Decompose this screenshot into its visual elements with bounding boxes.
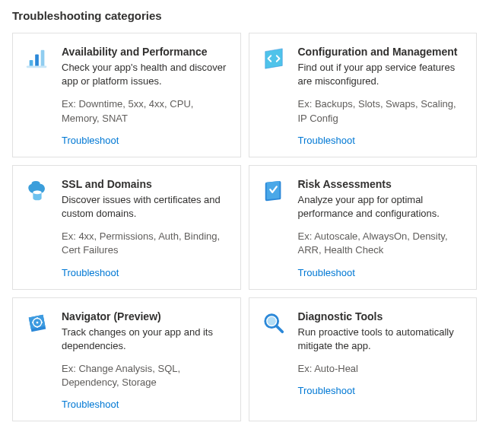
card-examples: Ex: Change Analysis, SQL, Dependency, St… bbox=[62, 362, 230, 389]
card-title: Configuration and Management bbox=[298, 46, 466, 58]
magnifier-icon bbox=[260, 310, 287, 411]
troubleshoot-link[interactable]: Troubleshoot bbox=[298, 385, 355, 396]
troubleshoot-link[interactable]: Troubleshoot bbox=[62, 135, 119, 146]
card-description: Check your app's health and discover app… bbox=[62, 61, 230, 88]
card-availability-performance: Availability and Performance Check your … bbox=[12, 33, 241, 157]
troubleshoot-link[interactable]: Troubleshoot bbox=[62, 267, 119, 278]
book-icon bbox=[260, 178, 287, 278]
svg-rect-1 bbox=[35, 54, 39, 67]
svg-rect-2 bbox=[41, 50, 45, 68]
card-ssl-domains: SSL and Domains Discover issues with cer… bbox=[12, 165, 241, 290]
card-title: Diagnostic Tools bbox=[298, 310, 466, 322]
svg-line-14 bbox=[276, 326, 282, 332]
card-title: SSL and Domains bbox=[62, 178, 230, 190]
svg-point-7 bbox=[37, 321, 39, 323]
card-description: Discover issues with certificates and cu… bbox=[62, 193, 230, 221]
card-configuration-management: Configuration and Management Find out if… bbox=[249, 33, 478, 157]
card-risk-assessments: Risk Assessments Analyze your app for op… bbox=[249, 165, 478, 290]
card-title: Navigator (Preview) bbox=[62, 310, 230, 322]
code-icon bbox=[260, 46, 287, 146]
card-diagnostic-tools: Diagnostic Tools Run proactive tools to … bbox=[249, 297, 478, 422]
card-examples: Ex: Auto-Heal bbox=[298, 362, 466, 376]
section-title: Troubleshooting categories bbox=[12, 9, 477, 22]
bar-chart-icon bbox=[24, 46, 51, 146]
card-description: Analyze your app for optimal performance… bbox=[298, 193, 466, 221]
svg-rect-3 bbox=[27, 65, 46, 68]
compass-icon bbox=[24, 310, 51, 411]
card-description: Track changes on your app and its depend… bbox=[62, 326, 230, 353]
card-grid: Availability and Performance Check your … bbox=[12, 33, 477, 421]
card-description: Run proactive tools to automatically mit… bbox=[298, 326, 466, 353]
svg-point-13 bbox=[267, 316, 275, 325]
database-icon bbox=[24, 178, 51, 278]
card-title: Availability and Performance bbox=[62, 46, 230, 58]
troubleshoot-link[interactable]: Troubleshoot bbox=[298, 267, 355, 278]
troubleshoot-link[interactable]: Troubleshoot bbox=[298, 135, 355, 146]
svg-point-5 bbox=[33, 190, 41, 194]
card-description: Find out if your app service features ar… bbox=[298, 61, 466, 88]
card-examples: Ex: 4xx, Permissions, Auth, Binding, Cer… bbox=[62, 230, 230, 257]
card-examples: Ex: Downtime, 5xx, 4xx, CPU, Memory, SNA… bbox=[62, 97, 230, 125]
card-examples: Ex: Backups, Slots, Swaps, Scaling, IP C… bbox=[298, 97, 466, 125]
troubleshoot-link[interactable]: Troubleshoot bbox=[62, 399, 119, 410]
card-examples: Ex: Autoscale, AlwaysOn, Density, ARR, H… bbox=[298, 230, 466, 257]
card-navigator-preview: Navigator (Preview) Track changes on you… bbox=[12, 297, 241, 422]
card-title: Risk Assessments bbox=[298, 178, 466, 190]
